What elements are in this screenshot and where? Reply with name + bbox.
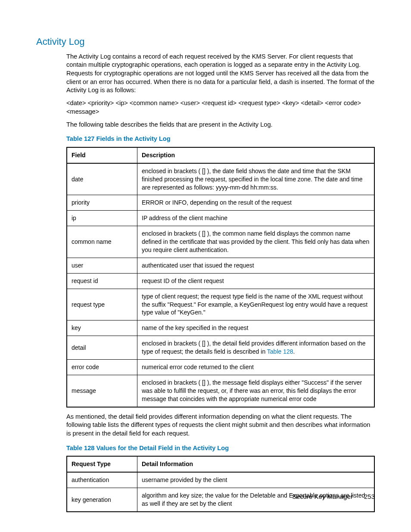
- field-cell: request type: [67, 289, 137, 320]
- footer-page-number: 253: [364, 493, 375, 500]
- desc-text-post: .: [293, 348, 295, 355]
- desc-cell: IP address of the client machine: [137, 211, 375, 226]
- desc-cell: enclosed in brackets ( [] ), the detail …: [137, 336, 375, 360]
- table-row: user authenticated user that issued the …: [67, 258, 374, 273]
- intro-paragraph-1: The Activity Log contains a record of ea…: [66, 53, 375, 95]
- table-row: request id request ID of the client requ…: [67, 273, 374, 289]
- table-row: common name enclosed in brackets ( [] ),…: [67, 226, 374, 258]
- desc-cell: enclosed in brackets ( [] ), the date fi…: [137, 163, 375, 195]
- footer-doc-title: Secure Key Manager: [292, 493, 353, 500]
- desc-cell: request ID of the client request: [137, 273, 375, 289]
- field-cell: date: [67, 163, 137, 195]
- desc-cell: numerical error code returned to the cli…: [137, 360, 375, 375]
- desc-text-pre: enclosed in brackets ( [] ), the detail …: [142, 340, 366, 355]
- request-type-cell: key generation: [67, 488, 137, 512]
- desc-cell: ERROR or INFO, depending on the result o…: [137, 195, 375, 211]
- field-cell: common name: [67, 226, 137, 258]
- table-row: priority ERROR or INFO, depending on the…: [67, 195, 374, 211]
- field-cell: detail: [67, 336, 137, 360]
- col-description-header: Description: [137, 147, 375, 163]
- table-128-link[interactable]: Table 128: [267, 348, 293, 355]
- field-cell: error code: [67, 360, 137, 375]
- field-cell: ip: [67, 211, 137, 226]
- table-row: request type type of client request; the…: [67, 289, 374, 320]
- table-127-title: Table 127 Fields in the Activity Log: [66, 135, 375, 143]
- desc-cell: enclosed in brackets ( [] ), the common …: [137, 226, 375, 258]
- field-cell: user: [67, 258, 137, 273]
- table-row: error code numerical error code returned…: [67, 360, 374, 375]
- table-row: detail enclosed in brackets ( [] ), the …: [67, 336, 374, 360]
- table-128-title: Table 128 Values for the Detail Field in…: [66, 444, 375, 453]
- desc-cell: type of client request; the request type…: [137, 289, 375, 320]
- request-type-cell: authentication: [67, 472, 137, 488]
- intro-paragraph-2: The following table describes the fields…: [66, 121, 375, 129]
- table-row: ip IP address of the client machine: [67, 211, 374, 226]
- col-detail-info-header: Detail Information: [137, 456, 375, 472]
- table-row: message enclosed in brackets ( [] ), the…: [67, 375, 374, 407]
- table-row: date enclosed in brackets ( [] ), the da…: [67, 163, 374, 195]
- field-cell: request id: [67, 273, 137, 289]
- table-row: authentication username provided by the …: [67, 472, 374, 488]
- field-cell: key: [67, 320, 137, 336]
- col-request-type-header: Request Type: [67, 456, 137, 472]
- desc-cell: name of the key specified in the request: [137, 320, 375, 336]
- section-heading: Activity Log: [36, 35, 375, 48]
- table-row: key name of the key specified in the req…: [67, 320, 374, 336]
- page-footer: Secure Key Manager 253: [292, 492, 375, 501]
- mid-paragraph: As mentioned, the detail field provides …: [66, 413, 375, 438]
- col-field-header: Field: [67, 147, 137, 163]
- detail-info-cell: username provided by the client: [137, 472, 375, 488]
- desc-cell: enclosed in brackets ( [] ), the message…: [137, 375, 375, 407]
- table-127: Field Description date enclosed in brack…: [66, 147, 375, 408]
- table-header-row: Field Description: [67, 147, 374, 163]
- log-format-line: <date> <priority> <ip> <common name> <us…: [66, 99, 375, 116]
- field-cell: message: [67, 375, 137, 407]
- table-128: Request Type Detail Information authenti…: [66, 456, 375, 512]
- desc-cell: authenticated user that issued the reque…: [137, 258, 375, 273]
- table-header-row: Request Type Detail Information: [67, 456, 374, 472]
- field-cell: priority: [67, 195, 137, 211]
